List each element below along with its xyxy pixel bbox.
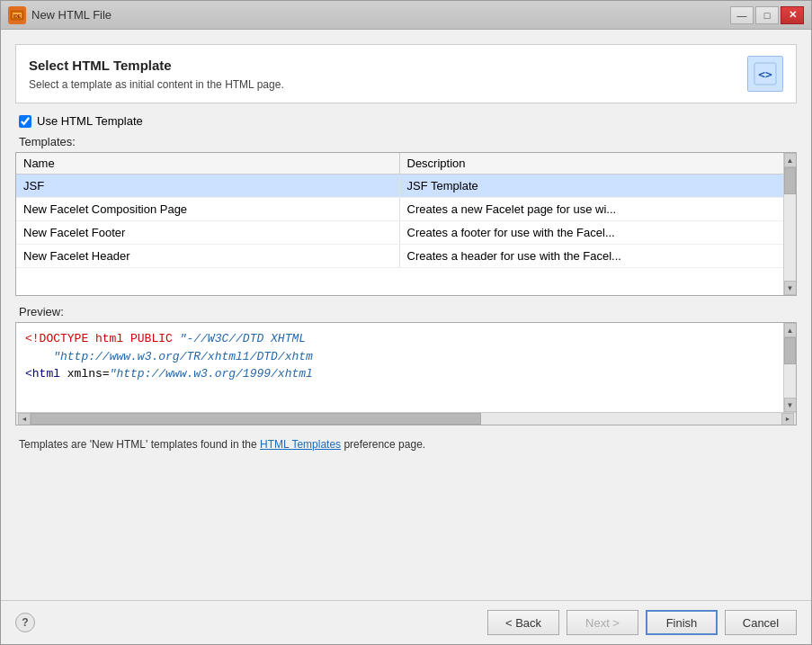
- preview-container: <!DOCTYPE html PUBLIC "-//W3C//DTD XHTML…: [15, 322, 797, 426]
- preview-hscroll: ◄ ►: [16, 412, 796, 425]
- info-text: Templates are 'New HTML' templates found…: [15, 434, 797, 454]
- header-icon: <>: [747, 56, 783, 92]
- scroll-track[interactable]: [784, 167, 796, 281]
- row-desc: Creates a footer for use with the Facel.…: [400, 221, 784, 244]
- table-body: JSF JSF Template New Facelet Composition…: [16, 175, 783, 293]
- info-after-link: preference page.: [341, 438, 425, 451]
- table-row[interactable]: New Facelet Header Creates a header for …: [16, 245, 783, 268]
- hscroll-left[interactable]: ◄: [18, 413, 31, 426]
- hscroll-thumb[interactable]: [31, 413, 481, 425]
- preview-scroll-down[interactable]: ▼: [784, 398, 797, 412]
- preview-scroll-up[interactable]: ▲: [784, 323, 797, 337]
- dialog-content: Select HTML Template Select a template a…: [1, 30, 811, 600]
- row-name: JSF: [16, 175, 400, 197]
- info-before-link: Templates are 'New HTML' templates found…: [19, 438, 260, 451]
- row-name: New Facelet Header: [16, 245, 400, 267]
- header-section: Select HTML Template Select a template a…: [15, 44, 797, 103]
- row-name: New Facelet Footer: [16, 221, 400, 244]
- preview-scroll-track[interactable]: [784, 337, 796, 398]
- row-desc: Creates a new Facelet page for use wi...: [400, 198, 784, 220]
- scroll-down-button[interactable]: ▼: [784, 281, 797, 295]
- close-button[interactable]: ✕: [781, 6, 804, 24]
- use-template-row: Use HTML Template: [15, 114, 797, 128]
- row-desc: Creates a header for use with the Facel.…: [400, 245, 784, 267]
- next-button[interactable]: Next >: [567, 610, 638, 635]
- bottom-bar: ? < Back Next > Finish Cancel: [1, 600, 811, 644]
- minimize-button[interactable]: —: [730, 6, 754, 24]
- help-button[interactable]: ?: [15, 613, 35, 632]
- dialog-window: IDE New HTML File — □ ✕ Select HTML Temp…: [0, 0, 812, 645]
- section-title: Select HTML Template: [29, 58, 284, 73]
- preview-line: <!DOCTYPE html PUBLIC "-//W3C//DTD XHTML: [25, 330, 774, 348]
- cancel-button[interactable]: Cancel: [725, 610, 797, 635]
- svg-text:IDE: IDE: [13, 13, 22, 19]
- row-desc: JSF Template: [400, 175, 784, 197]
- preview-line: "http://www.w3.org/TR/xhtml1/DTD/xhtm: [25, 348, 774, 366]
- preview-scroll-thumb[interactable]: [784, 337, 796, 364]
- title-controls: — □ ✕: [730, 6, 804, 24]
- html-templates-link[interactable]: HTML Templates: [260, 438, 341, 451]
- finish-button[interactable]: Finish: [646, 610, 718, 635]
- row-name: New Facelet Composition Page: [16, 198, 400, 220]
- hscroll-track[interactable]: [31, 413, 781, 425]
- use-template-label[interactable]: Use HTML Template: [37, 114, 143, 128]
- preview-label: Preview:: [15, 305, 797, 318]
- table-header: Name Description: [16, 153, 783, 175]
- app-icon: IDE: [8, 6, 26, 24]
- window-title: New HTML File: [31, 8, 112, 22]
- use-template-checkbox[interactable]: [19, 115, 31, 128]
- templates-table: Name Description JSF JSF Template New Fa…: [15, 152, 797, 296]
- table-scrollbar: ▲ ▼: [783, 153, 796, 295]
- hscroll-right[interactable]: ►: [781, 413, 794, 426]
- table-row[interactable]: JSF JSF Template: [16, 175, 783, 198]
- maximize-button[interactable]: □: [755, 6, 779, 24]
- section-description: Select a template as initial content in …: [29, 78, 284, 91]
- table-row[interactable]: New Facelet Footer Creates a footer for …: [16, 221, 783, 245]
- svg-text:<>: <>: [758, 67, 772, 81]
- templates-label: Templates:: [15, 135, 797, 148]
- preview-line: <html xmlns="http://www.w3.org/1999/xhtm…: [25, 365, 774, 383]
- dialog-buttons: < Back Next > Finish Cancel: [487, 610, 797, 635]
- scroll-thumb[interactable]: [784, 167, 796, 194]
- scroll-up-button[interactable]: ▲: [784, 153, 797, 167]
- table-row[interactable]: New Facelet Composition Page Creates a n…: [16, 198, 783, 221]
- preview-scrollbar: ▲ ▼: [783, 323, 796, 412]
- col-header-name: Name: [16, 153, 400, 174]
- preview-content[interactable]: <!DOCTYPE html PUBLIC "-//W3C//DTD XHTML…: [16, 323, 783, 412]
- title-bar: IDE New HTML File — □ ✕: [1, 1, 811, 30]
- col-header-desc: Description: [400, 153, 784, 174]
- back-button[interactable]: < Back: [487, 610, 559, 635]
